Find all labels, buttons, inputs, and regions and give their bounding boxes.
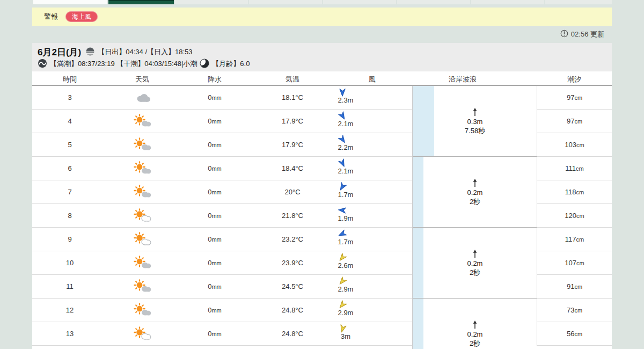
hour-label: 5: [68, 133, 71, 156]
tide-level-cell: 103cm: [537, 133, 612, 157]
wave-group: 0.2m 2秒: [413, 299, 537, 349]
wind-speed-value: 2.6m: [338, 261, 354, 270]
wind-direction-arrow-icon: [338, 229, 347, 238]
wave-group: 0.2m 2秒: [413, 228, 537, 299]
cloud-icon: [133, 90, 152, 106]
date-label: 6月2日(月): [38, 46, 81, 59]
wind-direction-arrow-icon: [338, 135, 347, 144]
temperature-value: 23.9°C: [282, 251, 303, 274]
wind-speed-value: 2.9m: [338, 309, 354, 317]
wind-speed-value: 1.9m: [338, 214, 354, 222]
moon-phase-icon: [200, 59, 209, 70]
wind-direction-arrow-icon: [338, 277, 347, 286]
sunrise-sunset-label: 【日出】04:34 /【日入】18:53: [98, 47, 192, 57]
precip-value: 0mm: [208, 86, 222, 110]
sun-white-cloud-icon: [133, 232, 152, 248]
date-header: 6月2日(月) 【日出】04:34 /【日入】18:53 【満潮】08:37/2…: [32, 43, 612, 71]
wave-height-value: 0.2m: [413, 188, 537, 197]
day-tab[interactable]: [33, 0, 107, 4]
sunrise-icon: [85, 47, 95, 58]
tide-level-cell: 91cm: [537, 275, 612, 299]
col-header-precip: 降水: [208, 75, 222, 84]
table-row: 5 0mm 17.9°C 2.2m: [32, 133, 412, 157]
wave-period-value: 2秒: [413, 197, 537, 206]
table-row: 13 0mm 24.8°C 3m: [32, 322, 412, 346]
wind-cell: 2.1m: [332, 111, 354, 128]
wind-direction-arrow-icon: [338, 253, 347, 262]
coastal-wave-column: 0.3m 7.58秒 0.2m 2秒 0.2m 2秒 0.2m 2秒: [412, 86, 537, 349]
day-tab[interactable]: [323, 0, 396, 4]
temperature-value: 21.8°C: [282, 204, 303, 227]
alert-badge-sea-wind[interactable]: 海上風: [65, 11, 98, 22]
temperature-value: 24.5°C: [282, 275, 303, 298]
sun-white-cloud-icon: [133, 208, 152, 224]
col-header-weather: 天気: [135, 75, 149, 84]
wind-cell: 2.6m: [332, 253, 354, 270]
tide-level-cell: 56cm: [537, 322, 612, 346]
col-header-temp: 気温: [286, 75, 299, 84]
day-tab[interactable]: [545, 0, 612, 4]
wind-cell: 2.9m: [332, 277, 354, 293]
precip-value: 0mm: [208, 133, 222, 157]
wind-direction-arrow-icon: [338, 182, 347, 191]
wave-group: 0.2m 2秒: [413, 157, 537, 228]
table-row: 10 0mm 23.9°C 2.6m: [32, 251, 412, 275]
precip-value: 0mm: [208, 322, 222, 346]
wave-direction-up-icon: [413, 178, 537, 188]
temperature-value: 17.9°C: [282, 110, 303, 133]
table-row: 6 0mm 18.4°C 2.1m: [32, 157, 412, 180]
hour-label: 13: [66, 322, 74, 345]
temperature-value: 24.8°C: [282, 322, 303, 345]
precip-value: 0mm: [208, 157, 222, 180]
sun-cloud-icon: [133, 185, 152, 201]
wind-direction-arrow-icon: [338, 206, 347, 215]
tide-wave-icon: [38, 59, 47, 70]
wave-period-value: 2秒: [413, 268, 537, 277]
day-tab[interactable]: [471, 0, 544, 4]
day-tab[interactable]: [108, 0, 174, 4]
col-header-wind: 風: [369, 75, 376, 84]
wave-direction-up-icon: [413, 249, 537, 259]
table-body: 3 0mm 18.1°C 2.3m 4 0mm 17.9°C 2.1m 5 0m…: [32, 86, 612, 349]
wave-direction-up-icon: [413, 107, 537, 117]
day-tab-strip: [33, 0, 612, 4]
hour-label: 10: [66, 251, 74, 274]
day-tab[interactable]: [175, 0, 248, 4]
table-row: 7 0mm 20°C 1.7m: [32, 180, 412, 204]
temperature-value: 24.8°C: [282, 299, 303, 322]
day-tab[interactable]: [397, 0, 470, 4]
wave-height-value: 0.2m: [413, 330, 537, 339]
alert-banner: 警報 海上風: [32, 8, 612, 26]
day-tab[interactable]: [249, 0, 322, 4]
table-row: 3 0mm 18.1°C 2.3m: [32, 86, 412, 110]
alert-label: 警報: [44, 12, 58, 21]
wind-cell: 2.9m: [332, 300, 354, 317]
tide-level-cell: 97cm: [537, 110, 612, 133]
wind-speed-value: 1.7m: [338, 191, 354, 199]
tide-level-cell: 118cm: [537, 180, 612, 204]
hour-label: 6: [68, 157, 71, 180]
wind-cell: 3m: [334, 324, 350, 340]
temperature-value: 20°C: [284, 180, 300, 203]
wind-cell: 1.9m: [332, 206, 354, 222]
wind-cell: 1.7m: [332, 182, 354, 199]
tide-level-cell: 97cm: [537, 86, 612, 110]
update-row: 02:56 更新: [32, 30, 604, 39]
hour-label: 12: [66, 299, 74, 322]
wind-cell: 2.2m: [332, 135, 354, 151]
info-icon: [560, 30, 568, 39]
precip-value: 0mm: [208, 204, 222, 228]
precip-value: 0mm: [208, 251, 222, 275]
wind-direction-arrow-icon: [338, 111, 347, 120]
sun-cloud-icon: [133, 303, 152, 319]
table-row: 8 0mm 21.8°C 1.9m: [32, 204, 412, 228]
table-row: 11 0mm 24.5°C 2.9m: [32, 275, 412, 299]
tide-times-label: 【満潮】08:37/23:19 【干潮】04:03/15:48|小潮: [50, 59, 197, 69]
hour-label: 8: [68, 204, 71, 227]
table-row: 12 0mm 24.8°C 2.9m: [32, 299, 412, 322]
sun-cloud-icon: [133, 114, 152, 130]
precip-value: 0mm: [208, 180, 222, 204]
tide-column: 97cm 97cm 103cm 111cm 118cm 120cm 117cm …: [537, 86, 612, 346]
hour-label: 11: [66, 275, 74, 298]
sun-cloud-icon: [133, 137, 152, 154]
